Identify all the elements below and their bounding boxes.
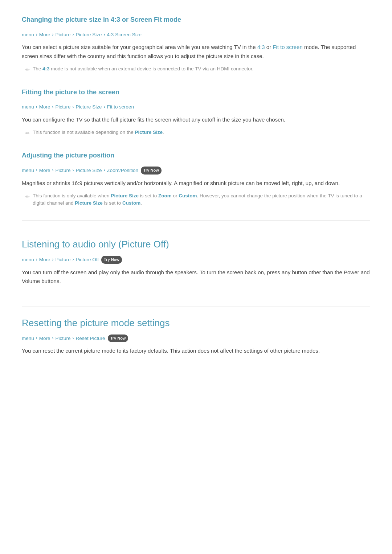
chevron-icon-3: ›	[73, 31, 74, 38]
section-reset-picture: Resetting the picture mode settings menu…	[22, 299, 370, 356]
breadcrumb-fit: menu › More › Picture › Picture Size › F…	[22, 103, 370, 111]
body-text-position: Magnifies or shrinks 16:9 pictures verti…	[22, 179, 370, 188]
body-text-reset: You can reset the current picture mode t…	[22, 346, 370, 356]
breadcrumb-zoom-position[interactable]: Zoom/Position	[107, 167, 138, 175]
body-text-fit: You can configure the TV so that the ful…	[22, 115, 370, 124]
breadcrumb-pos-menu[interactable]: menu	[22, 167, 34, 175]
body-text-43: You can select a picture size suitable f…	[22, 43, 370, 61]
breadcrumb-fit-to-screen[interactable]: Fit to screen	[107, 103, 134, 111]
breadcrumb-po-more[interactable]: More	[39, 256, 50, 264]
chevron-icon-9: ›	[36, 167, 37, 174]
note-link-43: 4:3	[42, 66, 50, 71]
try-now-badge-reset[interactable]: Try Now	[108, 335, 128, 342]
chevron-icon-4: ›	[104, 31, 105, 38]
chevron-icon-10: ›	[52, 167, 54, 174]
chevron-icon-14: ›	[52, 256, 54, 263]
link-fit-to-screen[interactable]: Fit to screen	[273, 44, 303, 50]
try-now-badge-picture-off[interactable]: Try Now	[101, 256, 122, 264]
chevron-icon-16: ›	[36, 335, 37, 342]
note-fit: ✏ This function is not available dependi…	[25, 129, 370, 138]
chevron-icon-12: ›	[104, 167, 105, 174]
chevron-icon-6: ›	[52, 104, 54, 111]
note-link-ps1: Picture Size	[111, 193, 139, 198]
note-text-fit: This function is not available depending…	[33, 129, 164, 136]
chevron-icon-15: ›	[73, 256, 74, 263]
breadcrumb-po-picture[interactable]: Picture	[56, 256, 71, 264]
breadcrumb-pos-more[interactable]: More	[39, 167, 50, 175]
chevron-icon-11: ›	[73, 167, 74, 174]
chevron-icon-7: ›	[73, 104, 74, 111]
breadcrumb-fit-picture-size[interactable]: Picture Size	[76, 103, 102, 111]
note-link-picture-size: Picture Size	[135, 130, 163, 135]
chevron-icon-2: ›	[52, 31, 54, 38]
breadcrumb-picture-size[interactable]: Picture Size	[76, 31, 102, 39]
chevron-icon-1: ›	[36, 31, 37, 38]
link-43[interactable]: 4:3	[257, 44, 265, 50]
note-text-position: This function is only available when Pic…	[33, 192, 370, 208]
divider-reset-picture	[22, 299, 370, 299]
chevron-icon-13: ›	[36, 256, 37, 263]
divider-picture-off	[22, 220, 370, 221]
pencil-icon-1: ✏	[25, 66, 30, 74]
chevron-icon-18: ›	[73, 335, 74, 342]
breadcrumb-picture-off[interactable]: Picture Off	[76, 256, 99, 264]
pencil-icon-3: ✏	[25, 193, 30, 201]
note-text-43: The 4:3 mode is not available when an ex…	[33, 65, 253, 73]
note-position: ✏ This function is only available when P…	[25, 192, 370, 208]
breadcrumb-reset-picture[interactable]: Reset Picture	[76, 335, 105, 342]
section-fit-to-screen: Fitting the picture to the screen menu ›…	[22, 87, 370, 138]
chevron-icon-8: ›	[104, 104, 105, 111]
breadcrumb-43: menu › More › Picture › Picture Size › 4…	[22, 31, 370, 39]
section-title-reset: Resetting the picture mode settings	[22, 307, 370, 331]
note-link-ps2: Picture Size	[75, 200, 103, 206]
pencil-icon-2: ✏	[25, 130, 30, 138]
note-link-zoom: Zoom	[158, 193, 172, 198]
breadcrumb-position: menu › More › Picture › Picture Size › Z…	[22, 167, 370, 175]
section-title-fit: Fitting the picture to the screen	[22, 87, 370, 100]
breadcrumb-more[interactable]: More	[39, 31, 50, 39]
breadcrumb-rp-picture[interactable]: Picture	[56, 335, 71, 342]
breadcrumb-43-screen-size[interactable]: 4:3 Screen Size	[107, 31, 142, 39]
breadcrumb-po-menu[interactable]: menu	[22, 256, 34, 264]
chevron-icon-17: ›	[52, 335, 54, 342]
breadcrumb-menu[interactable]: menu	[22, 31, 34, 39]
breadcrumb-fit-picture[interactable]: Picture	[56, 103, 71, 111]
breadcrumb-reset: menu › More › Picture › Reset Picture Tr…	[22, 335, 370, 342]
breadcrumb-fit-menu[interactable]: menu	[22, 103, 34, 111]
body-text-picture-off: You can turn off the screen and play onl…	[22, 268, 370, 286]
try-now-badge-position[interactable]: Try Now	[141, 167, 162, 175]
section-picture-off: Listening to audio only (Picture Off) me…	[22, 220, 370, 286]
breadcrumb-rp-menu[interactable]: menu	[22, 335, 34, 342]
section-title-43: Changing the picture size in 4:3 or Scre…	[22, 15, 370, 27]
note-43: ✏ The 4:3 mode is not available when an …	[25, 65, 370, 74]
section-43-screen-fit: Changing the picture size in 4:3 or Scre…	[22, 15, 370, 74]
breadcrumb-picture-off: menu › More › Picture › Picture Off Try …	[22, 256, 370, 264]
section-title-picture-off: Listening to audio only (Picture Off)	[22, 228, 370, 252]
note-link-custom1: Custom	[179, 193, 197, 198]
section-adjust-position: Adjusting the picture position menu › Mo…	[22, 150, 370, 207]
note-link-custom2: Custom	[122, 200, 140, 206]
section-title-position: Adjusting the picture position	[22, 150, 370, 163]
breadcrumb-pos-picture-size[interactable]: Picture Size	[76, 167, 102, 175]
chevron-icon-5: ›	[36, 104, 37, 111]
breadcrumb-pos-picture[interactable]: Picture	[56, 167, 71, 175]
breadcrumb-rp-more[interactable]: More	[39, 335, 50, 342]
breadcrumb-fit-more[interactable]: More	[39, 103, 50, 111]
breadcrumb-picture[interactable]: Picture	[56, 31, 71, 39]
